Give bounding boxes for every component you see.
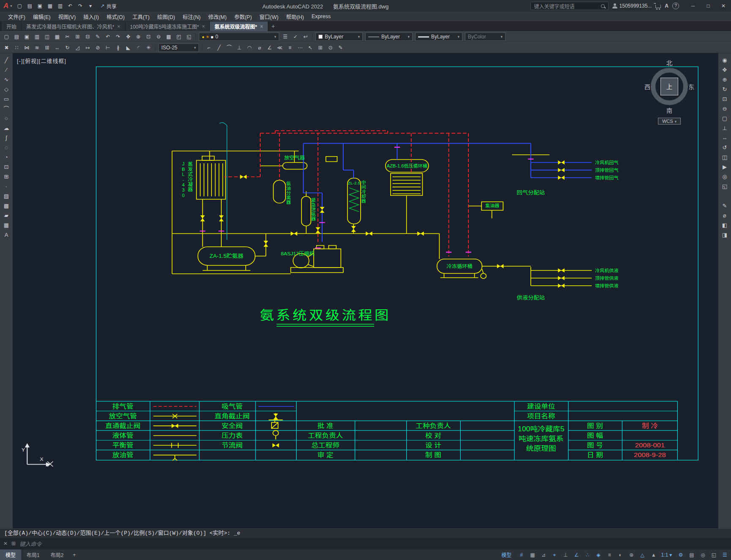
selection-cycling-icon[interactable]: ⊕ bbox=[626, 549, 636, 560]
maximize-button[interactable]: □ bbox=[701, 0, 716, 12]
polygon-icon[interactable]: ◇ bbox=[1, 85, 11, 94]
mtext-icon[interactable]: A bbox=[1, 230, 11, 240]
new-layout-tab[interactable]: + bbox=[69, 549, 79, 560]
arc-icon[interactable]: ⌒ bbox=[1, 104, 11, 114]
command-input-row[interactable]: ✕ ⊞ 键入命令 bbox=[0, 538, 731, 549]
annotate-tool-icon[interactable]: ✎ bbox=[720, 201, 730, 211]
move-icon[interactable]: ↔ bbox=[52, 43, 62, 52]
chamfer-icon[interactable]: ◣ bbox=[123, 43, 133, 52]
plot-icon[interactable]: ▥ bbox=[32, 32, 42, 41]
new-tab-button[interactable]: + bbox=[268, 22, 278, 31]
dim-angular-icon[interactable]: ∠ bbox=[265, 43, 274, 52]
multileader-icon[interactable]: ↖ bbox=[305, 43, 315, 52]
ortho-icon[interactable]: ⊥ bbox=[560, 549, 570, 560]
pan-realtime-icon[interactable]: ✥ bbox=[123, 32, 133, 41]
snap-mode-icon[interactable]: ▦ bbox=[527, 549, 537, 560]
offset-icon[interactable]: ≋ bbox=[32, 43, 42, 52]
close-tab-icon[interactable]: × bbox=[260, 24, 263, 30]
dim-radius-icon[interactable]: ◠ bbox=[245, 43, 254, 52]
dim-ordinate-icon[interactable]: ⊥ bbox=[234, 43, 244, 52]
search-icon[interactable] bbox=[601, 4, 605, 8]
wcs-menu[interactable]: WCS▾ bbox=[658, 118, 681, 124]
save-as-icon[interactable]: ▦ bbox=[45, 2, 55, 10]
lineweight-dropdown[interactable]: ByLayer ▾ bbox=[415, 32, 462, 41]
dimstyle-dropdown[interactable]: ISO-25 ▾ bbox=[158, 43, 199, 52]
menu-view[interactable]: 视图(V) bbox=[54, 12, 80, 21]
save-icon[interactable]: ▣ bbox=[35, 2, 45, 10]
layout1-tab[interactable]: 布局1 bbox=[21, 549, 45, 560]
trim-icon[interactable]: ⊘ bbox=[93, 43, 103, 52]
menu-window[interactable]: 窗口(W) bbox=[255, 12, 282, 21]
center-mark-icon[interactable]: ⊙ bbox=[326, 43, 335, 52]
model-space-canvas[interactable]: Y X JBL-430 蒸发式冷凝器 放空气器 氨油分离器 ZL-2.5 中间冷… bbox=[13, 53, 718, 528]
dim-arc-icon[interactable]: ⌒ bbox=[224, 43, 234, 52]
autodesk-app-icon[interactable]: A bbox=[665, 3, 668, 9]
quick-access-dropdown-icon[interactable]: ▾ bbox=[86, 2, 95, 10]
linetype-dropdown[interactable]: ByLayer ▾ bbox=[365, 32, 413, 41]
designcenter-icon[interactable]: ◰ bbox=[174, 32, 184, 41]
rectangle-icon[interactable]: ▭ bbox=[1, 95, 11, 104]
orbit-icon[interactable]: ↻ bbox=[720, 85, 730, 94]
menu-help[interactable]: 帮助(H) bbox=[282, 12, 307, 21]
tab-doc-2[interactable]: 100吨冷藏库5吨速冻库施工图* × bbox=[125, 22, 210, 31]
navigation-wheel-icon[interactable]: ◉ bbox=[720, 56, 730, 65]
menu-modify[interactable]: 修改(M) bbox=[204, 12, 231, 21]
make-current-layer-icon[interactable]: ✓ bbox=[291, 32, 300, 41]
zoom-window-icon[interactable]: ⊡ bbox=[144, 32, 153, 41]
cut-icon[interactable]: ✂ bbox=[63, 32, 72, 41]
viewcube-compass-ring[interactable]: 西 上 东 bbox=[651, 68, 688, 105]
paste-icon[interactable]: ⊟ bbox=[83, 32, 92, 41]
plot-preview-icon[interactable]: ◫ bbox=[42, 32, 52, 41]
infer-constraints-icon[interactable]: ⊿ bbox=[538, 549, 548, 560]
viewport-icon[interactable]: ◫ bbox=[720, 153, 730, 162]
undo-icon[interactable]: ↶ bbox=[65, 2, 75, 10]
clean-screen-icon[interactable]: ◱ bbox=[708, 549, 718, 560]
menu-parametric[interactable]: 参数(P) bbox=[231, 12, 256, 21]
viewcube-north-label[interactable]: 北 bbox=[645, 58, 694, 67]
color-dropdown[interactable]: ByLayer ▾ bbox=[315, 32, 363, 41]
revision-cloud-icon[interactable]: ☁ bbox=[1, 124, 11, 133]
circle-icon[interactable]: ○ bbox=[1, 114, 11, 123]
match-properties-icon[interactable]: ✎ bbox=[93, 32, 103, 41]
model-paper-toggle[interactable]: 模型 bbox=[499, 549, 515, 560]
zoom-previous-icon[interactable]: ⊖ bbox=[720, 104, 730, 114]
ellipse-arc-icon[interactable]: ◔ bbox=[1, 153, 11, 162]
tolerance-icon[interactable]: ⊞ bbox=[315, 43, 325, 52]
menu-format[interactable]: 格式(O) bbox=[103, 12, 128, 21]
zoom-window-icon[interactable]: ⊡ bbox=[720, 95, 730, 104]
viewcube-top-face[interactable]: 上 bbox=[660, 78, 678, 95]
copy-clip-icon[interactable]: ⊞ bbox=[73, 32, 82, 41]
command-history[interactable]: [全部(A)/中心(C)/动态(D)/范围(E)/上一个(P)/比例(S)/窗口… bbox=[0, 529, 731, 538]
extend-icon[interactable]: ⊢ bbox=[103, 43, 113, 52]
spline-icon[interactable]: ∫ bbox=[1, 133, 11, 143]
osnap-tracking-icon[interactable]: ∴ bbox=[582, 549, 592, 560]
ellipse-icon[interactable]: ◌ bbox=[1, 143, 11, 152]
command-customize-icon[interactable]: ⊞ bbox=[11, 541, 16, 546]
tab-start[interactable]: 开始 bbox=[2, 22, 22, 31]
layer-previous-icon[interactable]: ↩ bbox=[301, 32, 310, 41]
annotation-autoscale-icon[interactable]: ▲ bbox=[648, 549, 658, 560]
tab-doc-1[interactable]: 蒸发式冷凝器与压缩机大样图、冷风机* × bbox=[22, 22, 125, 31]
layout2-tab[interactable]: 布局2 bbox=[45, 549, 69, 560]
dim-edit-icon[interactable]: ✎ bbox=[336, 43, 345, 52]
menu-tools[interactable]: 工具(T) bbox=[128, 12, 153, 21]
pan-icon[interactable]: ✥ bbox=[720, 65, 730, 75]
menu-edit[interactable]: 编辑(E) bbox=[29, 12, 54, 21]
search-input[interactable]: 键入关键字或短语 bbox=[530, 2, 609, 10]
scale-icon[interactable]: ◿ bbox=[73, 43, 82, 52]
break-icon[interactable]: ∦ bbox=[113, 43, 123, 52]
dim-continue-icon[interactable]: ⋯ bbox=[295, 43, 305, 52]
logo-dropdown-icon[interactable]: ▾ bbox=[10, 4, 12, 8]
dim-linear-icon[interactable]: ⌐ bbox=[204, 43, 214, 52]
quick-properties-icon[interactable]: ▤ bbox=[686, 549, 696, 560]
viewcube[interactable]: 北 西 上 东 南 WCS▾ bbox=[645, 58, 694, 124]
cart-icon[interactable] bbox=[655, 5, 661, 8]
transparency-icon[interactable]: ◐ bbox=[615, 549, 625, 560]
zoom-extents-icon[interactable]: ⊕ bbox=[720, 75, 730, 84]
close-tab-icon[interactable]: × bbox=[202, 24, 205, 30]
isolate-objects-icon[interactable]: ◎ bbox=[697, 549, 707, 560]
dynamic-input-icon[interactable]: ⌖ bbox=[549, 549, 559, 560]
command-close-icon[interactable]: ✕ bbox=[3, 541, 8, 546]
customize-menu-icon[interactable]: ☰ bbox=[719, 549, 729, 560]
hatch-icon[interactable]: ▨ bbox=[1, 192, 11, 201]
